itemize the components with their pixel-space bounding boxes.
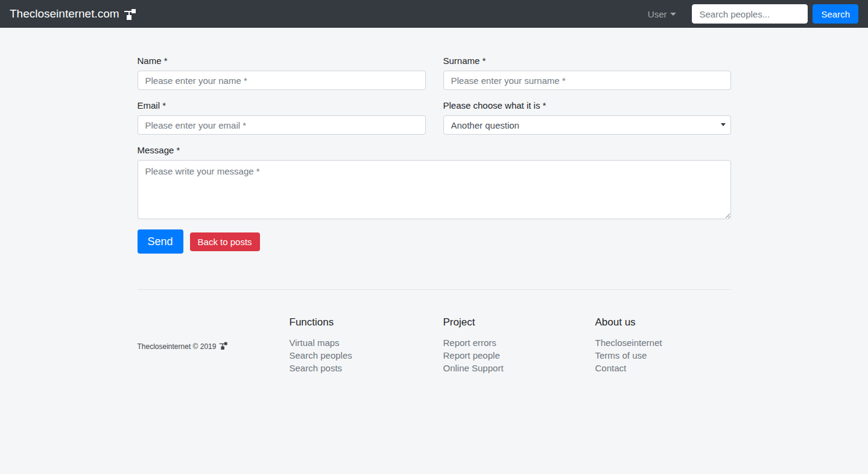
footer-column-title: About us [595, 316, 731, 328]
back-to-posts-button[interactable]: Back to posts [190, 232, 260, 251]
contact-form-page: Name * Surname * Email * Please choose w… [0, 28, 868, 411]
network-nodes-icon [219, 342, 228, 351]
footer-link-thecloseinternet[interactable]: Thecloseinternet [595, 338, 662, 348]
search-input[interactable] [692, 4, 808, 24]
user-dropdown[interactable]: User [648, 9, 677, 19]
footer-column-functions: Functions Virtual maps Search peoples Se… [290, 316, 443, 374]
subject-type-label: Please choose what it is * [443, 100, 731, 110]
brand-link[interactable]: Thecloseinternet.com [10, 7, 137, 21]
message-label: Message * [138, 145, 731, 155]
name-field[interactable] [138, 71, 426, 90]
footer-link-report-errors[interactable]: Report errors [443, 338, 496, 348]
network-nodes-icon [124, 8, 137, 20]
navbar: Thecloseinternet.com User Search [0, 0, 868, 28]
copyright-text: Thecloseinternet © 2019 [138, 342, 217, 351]
footer-link-online-support[interactable]: Online Support [443, 363, 504, 373]
footer-link-virtual-maps[interactable]: Virtual maps [290, 338, 340, 348]
footer-link-terms-of-use[interactable]: Terms of use [595, 350, 647, 360]
footer-divider [138, 289, 731, 290]
footer-column-about-us: About us Thecloseinternet Terms of use C… [595, 316, 731, 374]
footer-column-title: Project [443, 316, 595, 328]
search-button[interactable]: Search [813, 4, 858, 24]
footer-column-title: Functions [290, 316, 443, 328]
subject-type-select[interactable]: Another question [443, 115, 731, 135]
email-field[interactable] [138, 115, 426, 135]
footer-link-report-people[interactable]: Report people [443, 350, 500, 360]
send-button[interactable]: Send [138, 229, 183, 254]
footer-link-search-posts[interactable]: Search posts [290, 363, 343, 373]
caret-down-icon [670, 13, 676, 16]
footer-link-search-peoples[interactable]: Search peoples [290, 350, 352, 360]
surname-field[interactable] [443, 71, 731, 90]
footer-link-contact[interactable]: Contact [595, 363, 627, 373]
name-label: Name * [138, 56, 426, 66]
footer-column-project: Project Report errors Report people Onli… [443, 316, 595, 374]
copyright: Thecloseinternet © 2019 [138, 316, 290, 374]
surname-label: Surname * [443, 56, 731, 66]
email-label: Email * [138, 100, 426, 110]
brand-text: Thecloseinternet.com [10, 7, 119, 21]
message-field[interactable] [138, 160, 731, 219]
user-dropdown-label: User [648, 9, 667, 19]
footer: Thecloseinternet © 2019 Functions Virtua… [138, 316, 731, 411]
contact-form: Name * Surname * Email * Please choose w… [138, 56, 731, 254]
